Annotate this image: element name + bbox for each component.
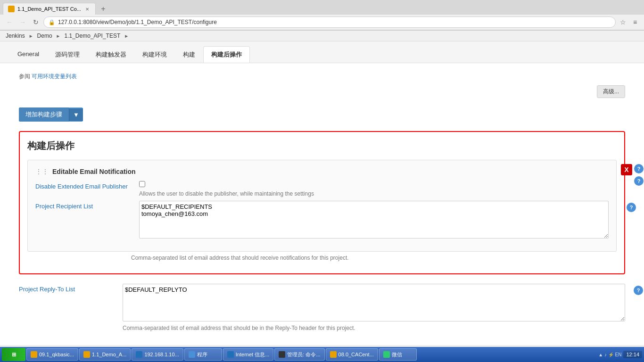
bottom-section: Project Reply-To List $DEFAULT_REPLYTO C… — [9, 279, 635, 341]
recipient-list-control: $DEFAULT_RECIPIENTS tomoya_chen@163.com — [139, 201, 609, 240]
help-button-2[interactable]: ? — [634, 176, 644, 186]
lock-icon: 🔒 — [49, 19, 55, 25]
breadcrumb-demo-label: Demo — [37, 33, 52, 39]
action-buttons: 保存 Apply — [9, 341, 635, 345]
add-step-section: 增加构建步骤 ▼ — [9, 103, 635, 126]
disable-publisher-hint: Allows the user to disable the publisher… — [139, 190, 609, 197]
content-area: 参阅 可用环境变量列表 高级... 增加构建步骤 ▼ 构建后操作 X — [0, 63, 644, 345]
recipient-hint-text: Comma-separated list of email address th… — [27, 252, 617, 266]
breadcrumb-arrow-3: ► — [124, 33, 129, 39]
help-button-replyto[interactable]: ? — [634, 286, 643, 295]
bookmark-button[interactable]: ☆ — [618, 17, 628, 27]
tab-close-button[interactable]: ✕ — [84, 6, 91, 12]
section-ref: 参阅 可用环境变量列表 — [9, 73, 635, 85]
help-button-recipient[interactable]: ? — [627, 203, 636, 212]
breadcrumb-job[interactable]: 1.1_Demo_API_TEST — [63, 32, 123, 40]
env-vars-link[interactable]: 可用环境变量列表 — [32, 73, 77, 80]
breadcrumb-jenkins[interactable]: Jenkins — [4, 32, 27, 40]
tab-favicon — [8, 6, 15, 12]
tab-build[interactable]: 构建 — [175, 46, 203, 63]
tab-environment[interactable]: 构建环境 — [134, 46, 175, 63]
tab-bar: 1.1_Demo_API_TEST Co... ✕ + — [0, 0, 644, 15]
bookmarks-bar: Jenkins ► Demo ► 1.1_Demo_API_TEST ► — [0, 31, 644, 41]
notification-title: Editable Email Notification — [52, 168, 136, 175]
recipient-list-row: Project Recipient List $DEFAULT_RECIPIEN… — [35, 201, 609, 240]
back-button[interactable]: ← — [4, 16, 15, 28]
tab-title: 1.1_Demo_API_TEST Co... — [17, 6, 81, 12]
breadcrumb-jenkins-label: Jenkins — [6, 33, 25, 39]
config-tabs: General 源码管理 构建触发器 构建环境 构建 构建后操作 — [0, 41, 644, 63]
recipient-list-textarea[interactable]: $DEFAULT_RECIPIENTS tomoya_chen@163.com — [139, 201, 609, 239]
add-step-label: 增加构建步骤 — [19, 107, 69, 122]
address-bar[interactable]: 🔒 127.0.0.1:8080/view/Demo/job/1.1_Demo_… — [43, 16, 616, 28]
add-build-step-button[interactable]: 增加构建步骤 ▼ — [19, 107, 83, 122]
add-step-arrow-icon: ▼ — [69, 108, 83, 121]
browser-chrome: 1.1_Demo_API_TEST Co... ✕ + ← → ↻ 🔒 127.… — [0, 0, 644, 31]
disable-publisher-checkbox[interactable] — [139, 181, 145, 187]
notification-header: ⋮⋮ Editable Email Notification — [35, 168, 609, 175]
breadcrumb-arrow-1: ► — [29, 33, 33, 39]
delete-button[interactable]: X — [621, 164, 632, 175]
advanced-section: 高级... — [9, 85, 635, 103]
disable-publisher-row: Disable Extended Email Publisher Allows … — [35, 181, 609, 197]
breadcrumb-demo[interactable]: Demo — [35, 32, 54, 40]
drag-handle-icon: ⋮⋮ — [35, 168, 49, 175]
replyto-hint: Comma-separated list of email address th… — [123, 325, 625, 331]
replyto-row: Project Reply-To List $DEFAULT_REPLYTO C… — [19, 284, 625, 331]
advanced-button[interactable]: 高级... — [597, 85, 625, 98]
page-content: General 源码管理 构建触发器 构建环境 构建 构建后操作 参阅 可 — [0, 41, 644, 345]
section-ref-label: 参阅 — [19, 73, 30, 80]
recipient-list-label: Project Recipient List — [35, 201, 139, 210]
tab-source[interactable]: 源码管理 — [47, 46, 88, 63]
address-bar-row: ← → ↻ 🔒 127.0.0.1:8080/view/Demo/job/1.1… — [0, 15, 644, 30]
disable-publisher-label: Disable Extended Email Publisher — [35, 181, 139, 190]
replyto-control: $DEFAULT_REPLYTO Comma-separated list of… — [123, 284, 625, 331]
post-build-title: 构建后操作 — [27, 140, 617, 152]
menu-button[interactable]: ≡ — [630, 17, 640, 27]
tab-triggers[interactable]: 构建触发器 — [88, 46, 134, 63]
tab-general[interactable]: General — [9, 46, 47, 63]
notification-block: X ? ? ⋮⋮ Editable Email Notification Dis… — [27, 160, 617, 252]
replyto-textarea[interactable]: $DEFAULT_REPLYTO — [123, 284, 625, 321]
breadcrumb-arrow-2: ► — [56, 33, 61, 39]
tab-post-build[interactable]: 构建后操作 — [203, 46, 250, 63]
replyto-label: Project Reply-To List — [19, 284, 123, 293]
help-button-1[interactable]: ? — [634, 164, 644, 173]
breadcrumb-job-label: 1.1_Demo_API_TEST — [65, 33, 121, 39]
disable-publisher-control: Allows the user to disable the publisher… — [139, 181, 609, 197]
post-build-section: 构建后操作 X ? ? ⋮⋮ Editable Email Notificati… — [19, 131, 625, 274]
forward-button[interactable]: → — [17, 16, 28, 28]
browser-tab[interactable]: 1.1_Demo_API_TEST Co... ✕ — [3, 3, 96, 15]
new-tab-button[interactable]: + — [98, 3, 109, 15]
refresh-button[interactable]: ↻ — [30, 16, 41, 28]
url-text: 127.0.0.1:8080/view/Demo/job/1.1_Demo_AP… — [58, 19, 217, 25]
